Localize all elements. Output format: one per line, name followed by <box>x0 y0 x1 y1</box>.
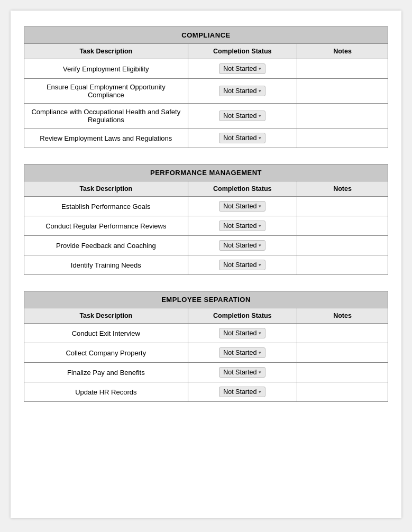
status-badge-compliance-1[interactable]: Not Started▾ <box>219 86 265 96</box>
status-badge-performance-management-1[interactable]: Not Started▾ <box>219 221 265 231</box>
task-description-performance-management-3: Identify Training Needs <box>24 255 188 275</box>
col-header-performance-management-1: Completion Status <box>188 181 297 197</box>
dropdown-arrow-icon: ▾ <box>259 243 261 248</box>
dropdown-arrow-icon: ▾ <box>259 66 261 71</box>
status-text: Not Started <box>223 329 257 337</box>
dropdown-arrow-icon: ▾ <box>259 331 261 336</box>
col-header-compliance-1: Completion Status <box>188 44 297 59</box>
table-row: Finalize Pay and BenefitsNot Started▾ <box>24 363 388 382</box>
task-description-compliance-1: Ensure Equal Employment Opportunity Comp… <box>24 79 188 104</box>
status-cell-employee-separation-2: Not Started▾ <box>188 363 297 382</box>
section-compliance: COMPLIANCETask DescriptionCompletion Sta… <box>24 26 388 148</box>
task-description-performance-management-0: Establish Performance Goals <box>24 197 188 216</box>
dropdown-arrow-icon: ▾ <box>259 389 261 395</box>
status-badge-compliance-2[interactable]: Not Started▾ <box>219 111 265 121</box>
status-badge-performance-management-2[interactable]: Not Started▾ <box>219 240 265 251</box>
notes-cell-compliance-0 <box>297 59 388 79</box>
notes-cell-compliance-2 <box>297 104 388 129</box>
task-description-compliance-3: Review Employment Laws and Regulations <box>24 129 188 148</box>
table-row: Identify Training NeedsNot Started▾ <box>24 255 388 275</box>
status-text: Not Started <box>223 222 257 230</box>
col-header-compliance-0: Task Description <box>24 44 188 59</box>
dropdown-arrow-icon: ▾ <box>259 370 261 375</box>
col-header-employee-separation-2: Notes <box>297 308 388 324</box>
status-cell-performance-management-0: Not Started▾ <box>188 197 297 216</box>
status-cell-compliance-1: Not Started▾ <box>188 79 297 104</box>
dropdown-arrow-icon: ▾ <box>259 113 261 118</box>
notes-cell-performance-management-2 <box>297 236 388 255</box>
status-badge-employee-separation-1[interactable]: Not Started▾ <box>219 347 265 358</box>
notes-cell-performance-management-1 <box>297 216 388 236</box>
col-header-compliance-2: Notes <box>297 44 388 59</box>
status-text: Not Started <box>223 388 257 396</box>
status-text: Not Started <box>223 203 257 210</box>
status-cell-compliance-0: Not Started▾ <box>188 59 297 79</box>
section-employee-separation: EMPLOYEE SEPARATIONTask DescriptionCompl… <box>24 291 388 402</box>
status-cell-employee-separation-1: Not Started▾ <box>188 343 297 363</box>
status-text: Not Started <box>223 261 257 269</box>
status-badge-employee-separation-0[interactable]: Not Started▾ <box>219 328 265 338</box>
status-badge-employee-separation-3[interactable]: Not Started▾ <box>219 387 265 397</box>
task-description-employee-separation-3: Update HR Records <box>24 382 188 402</box>
table-row: Establish Performance GoalsNot Started▾ <box>24 197 388 216</box>
table-row: Collect Company PropertyNot Started▾ <box>24 343 388 363</box>
status-text: Not Started <box>223 349 257 356</box>
section-performance-management: PERFORMANCE MANAGEMENTTask DescriptionCo… <box>24 164 388 275</box>
notes-cell-employee-separation-0 <box>297 324 388 343</box>
table-row: Conduct Regular Performance ReviewsNot S… <box>24 216 388 236</box>
status-cell-employee-separation-0: Not Started▾ <box>188 324 297 343</box>
status-cell-employee-separation-3: Not Started▾ <box>188 382 297 402</box>
task-description-compliance-0: Verify Employment Eligibility <box>24 59 188 79</box>
table-row: Provide Feedback and CoachingNot Started… <box>24 236 388 255</box>
col-header-employee-separation-1: Completion Status <box>188 308 297 324</box>
section-title-performance-management: PERFORMANCE MANAGEMENT <box>24 164 388 181</box>
notes-cell-employee-separation-1 <box>297 343 388 363</box>
dropdown-arrow-icon: ▾ <box>259 88 261 94</box>
task-description-employee-separation-0: Conduct Exit Interview <box>24 324 188 343</box>
table-row: Ensure Equal Employment Opportunity Comp… <box>24 79 388 104</box>
status-badge-employee-separation-2[interactable]: Not Started▾ <box>219 367 265 378</box>
table-row: Conduct Exit InterviewNot Started▾ <box>24 324 388 343</box>
task-description-compliance-2: Compliance with Occupational Health and … <box>24 104 188 129</box>
notes-cell-performance-management-3 <box>297 255 388 275</box>
notes-cell-compliance-1 <box>297 79 388 104</box>
dropdown-arrow-icon: ▾ <box>259 262 261 268</box>
dropdown-arrow-icon: ▾ <box>259 350 261 355</box>
col-header-employee-separation-0: Task Description <box>24 308 188 324</box>
status-badge-performance-management-3[interactable]: Not Started▾ <box>219 260 265 270</box>
status-text: Not Started <box>223 112 257 120</box>
status-cell-compliance-3: Not Started▾ <box>188 129 297 148</box>
col-header-performance-management-2: Notes <box>297 181 388 197</box>
notes-cell-employee-separation-3 <box>297 382 388 402</box>
notes-cell-employee-separation-2 <box>297 363 388 382</box>
status-text: Not Started <box>223 87 257 95</box>
table-row: Review Employment Laws and RegulationsNo… <box>24 129 388 148</box>
status-badge-compliance-0[interactable]: Not Started▾ <box>219 63 265 74</box>
status-cell-performance-management-1: Not Started▾ <box>188 216 297 236</box>
task-description-employee-separation-1: Collect Company Property <box>24 343 188 363</box>
dropdown-arrow-icon: ▾ <box>259 135 261 141</box>
status-badge-performance-management-0[interactable]: Not Started▾ <box>219 201 265 212</box>
status-cell-compliance-2: Not Started▾ <box>188 104 297 129</box>
status-cell-performance-management-2: Not Started▾ <box>188 236 297 255</box>
task-description-performance-management-2: Provide Feedback and Coaching <box>24 236 188 255</box>
notes-cell-compliance-3 <box>297 129 388 148</box>
status-text: Not Started <box>223 65 257 72</box>
dropdown-arrow-icon: ▾ <box>259 223 261 228</box>
status-cell-performance-management-3: Not Started▾ <box>188 255 297 275</box>
table-row: Verify Employment EligibilityNot Started… <box>24 59 388 79</box>
section-title-compliance: COMPLIANCE <box>24 27 388 44</box>
task-description-performance-management-1: Conduct Regular Performance Reviews <box>24 216 188 236</box>
status-text: Not Started <box>223 242 257 249</box>
dropdown-arrow-icon: ▾ <box>259 204 261 209</box>
table-row: Update HR RecordsNot Started▾ <box>24 382 388 402</box>
col-header-performance-management-0: Task Description <box>24 181 188 197</box>
status-text: Not Started <box>223 134 257 142</box>
task-description-employee-separation-2: Finalize Pay and Benefits <box>24 363 188 382</box>
section-title-employee-separation: EMPLOYEE SEPARATION <box>24 291 388 308</box>
notes-cell-performance-management-0 <box>297 197 388 216</box>
status-text: Not Started <box>223 369 257 376</box>
status-badge-compliance-3[interactable]: Not Started▾ <box>219 133 265 143</box>
page: COMPLIANCETask DescriptionCompletion Sta… <box>11 11 401 518</box>
table-row: Compliance with Occupational Health and … <box>24 104 388 129</box>
